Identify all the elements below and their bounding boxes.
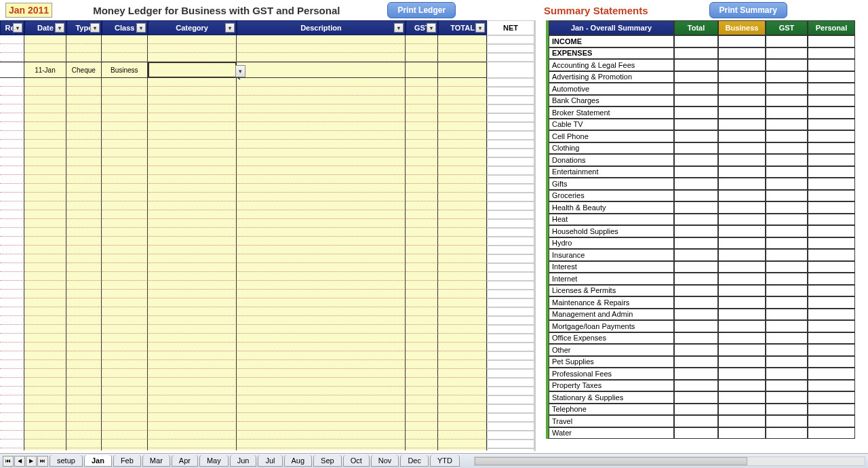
ledger-cell[interactable] xyxy=(237,44,406,53)
ledger-row[interactable] xyxy=(0,175,534,184)
ledger-cell[interactable] xyxy=(487,35,534,44)
ledger-cell[interactable] xyxy=(24,298,66,307)
ledger-cell[interactable] xyxy=(487,369,534,378)
ledger-cell[interactable] xyxy=(148,254,237,263)
ledger-cell[interactable] xyxy=(148,395,237,404)
ledger-cell[interactable] xyxy=(487,157,534,166)
ledger-cell[interactable] xyxy=(438,440,487,448)
ledger-cell[interactable] xyxy=(66,343,102,351)
ledger-cell[interactable] xyxy=(24,413,66,422)
ledger-cell[interactable] xyxy=(66,44,102,53)
ledger-cell[interactable] xyxy=(487,360,534,369)
horizontal-scrollbar[interactable] xyxy=(474,456,865,466)
ledger-cell[interactable] xyxy=(66,395,102,404)
ledger-cell[interactable] xyxy=(487,440,534,448)
ledger-cell[interactable] xyxy=(438,62,487,78)
ledger-cell[interactable] xyxy=(0,413,24,422)
ledger-cell[interactable] xyxy=(24,184,66,193)
ledger-cell[interactable] xyxy=(148,237,237,246)
ledger-cell[interactable] xyxy=(487,307,534,316)
ledger-cell[interactable] xyxy=(148,87,237,96)
ledger-cell[interactable] xyxy=(406,290,438,298)
ledger-cell[interactable] xyxy=(406,448,438,450)
ledger-cell[interactable] xyxy=(0,193,24,201)
ledger-cell[interactable] xyxy=(406,140,438,149)
ledger-cell[interactable] xyxy=(102,448,148,450)
ledger-cell[interactable] xyxy=(406,149,438,157)
ledger-row[interactable] xyxy=(0,263,534,272)
ledger-cell[interactable] xyxy=(406,113,438,122)
ledger-cell[interactable] xyxy=(406,325,438,334)
ledger-cell[interactable] xyxy=(24,237,66,246)
ledger-cell[interactable] xyxy=(237,254,406,263)
ledger-row[interactable] xyxy=(0,448,534,450)
ledger-cell[interactable] xyxy=(0,448,24,450)
ledger-cell[interactable] xyxy=(487,387,534,395)
ledger-row[interactable] xyxy=(0,122,534,131)
ledger-cell[interactable] xyxy=(102,96,148,104)
ledger-row[interactable] xyxy=(0,395,534,404)
ledger-cell[interactable] xyxy=(487,87,534,96)
ledger-cell[interactable] xyxy=(102,87,148,96)
ledger-cell[interactable] xyxy=(0,254,24,263)
ledger-cell[interactable] xyxy=(24,157,66,166)
ledger-cell[interactable] xyxy=(66,237,102,246)
ledger-cell[interactable] xyxy=(148,184,237,193)
ledger-cell[interactable] xyxy=(487,166,534,175)
sheet-tab-jun[interactable]: Jun xyxy=(230,455,257,467)
ledger-cell[interactable] xyxy=(102,157,148,166)
col-category[interactable]: Category xyxy=(148,20,237,35)
ledger-cell[interactable] xyxy=(487,113,534,122)
ledger-cell[interactable] xyxy=(148,246,237,254)
ledger-cell[interactable] xyxy=(66,369,102,378)
ledger-cell[interactable] xyxy=(24,122,66,131)
ledger-cell[interactable] xyxy=(237,219,406,228)
ledger-cell[interactable] xyxy=(0,290,24,298)
ledger-cell[interactable] xyxy=(237,201,406,210)
ledger-row[interactable] xyxy=(0,431,534,440)
ledger-cell[interactable] xyxy=(438,237,487,246)
ledger-row[interactable] xyxy=(0,96,534,104)
ledger-cell[interactable] xyxy=(102,413,148,422)
ledger-cell[interactable] xyxy=(406,378,438,387)
ledger-cell[interactable] xyxy=(0,422,24,431)
ledger-cell[interactable] xyxy=(406,228,438,237)
ledger-cell[interactable] xyxy=(102,193,148,201)
ledger-cell[interactable] xyxy=(102,387,148,395)
ledger-cell[interactable] xyxy=(0,281,24,290)
ledger-cell[interactable] xyxy=(237,351,406,360)
ledger-cell[interactable] xyxy=(148,298,237,307)
sheet-tab-dec[interactable]: Dec xyxy=(400,455,429,467)
ledger-row[interactable] xyxy=(0,440,534,448)
ledger-row[interactable] xyxy=(0,404,534,413)
ledger-cell[interactable] xyxy=(0,62,24,78)
ledger-cell[interactable] xyxy=(237,413,406,422)
ledger-cell[interactable] xyxy=(24,360,66,369)
ledger-cell[interactable] xyxy=(406,413,438,422)
ledger-cell[interactable] xyxy=(66,440,102,448)
ledger-cell[interactable] xyxy=(102,360,148,369)
ledger-cell[interactable] xyxy=(148,404,237,413)
ledger-cell[interactable] xyxy=(102,254,148,263)
ledger-cell[interactable] xyxy=(487,175,534,184)
ledger-row[interactable] xyxy=(0,272,534,281)
ledger-row[interactable] xyxy=(0,228,534,237)
ledger-cell[interactable] xyxy=(148,201,237,210)
ledger-cell[interactable] xyxy=(438,175,487,184)
ledger-cell[interactable] xyxy=(102,210,148,219)
ledger-cell[interactable] xyxy=(438,422,487,431)
ledger-cell[interactable]: Cheque xyxy=(66,62,102,78)
ledger-cell[interactable] xyxy=(438,298,487,307)
ledger-cell[interactable] xyxy=(66,219,102,228)
ledger-body[interactable]: ↖ 11-JanChequeBusiness xyxy=(0,35,534,450)
ledger-cell[interactable] xyxy=(102,149,148,157)
ledger-cell[interactable] xyxy=(0,175,24,184)
ledger-cell[interactable] xyxy=(24,343,66,351)
ledger-cell[interactable] xyxy=(0,149,24,157)
ledger-cell[interactable] xyxy=(24,325,66,334)
ledger-cell[interactable] xyxy=(148,131,237,140)
ledger-cell[interactable] xyxy=(148,157,237,166)
ledger-row[interactable] xyxy=(0,246,534,254)
ledger-cell[interactable] xyxy=(0,166,24,175)
ledger-cell[interactable] xyxy=(406,298,438,307)
